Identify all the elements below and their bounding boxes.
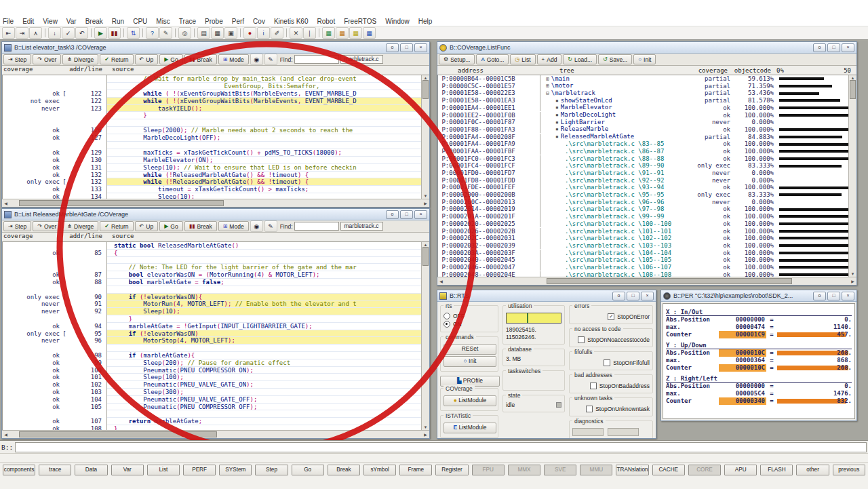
code-row[interactable]: }: [3, 315, 429, 323]
return-button[interactable]: ✔Return: [100, 54, 133, 64]
code-row[interactable]: ok94 marbleAtGate = !GetInput(INPUT_LIGH…: [3, 323, 429, 330]
window3-titlebar[interactable]: B::COVerage.ListFunc o □ ×: [437, 42, 856, 54]
menu-item-misc[interactable]: Misc: [156, 18, 170, 25]
cursor-a-icon[interactable]: ✕: [290, 27, 302, 39]
checkbox-stoponbadaddress[interactable]: StopOnBadaddress: [572, 383, 650, 389]
bookmark-icon[interactable]: ◉: [250, 220, 263, 232]
up-button[interactable]: ↶Up: [135, 221, 159, 231]
file-tab[interactable]: marbletrack.c: [340, 222, 383, 231]
return-icon[interactable]: ✓: [62, 27, 75, 39]
edit-icon[interactable]: ✎: [159, 27, 172, 39]
menu-item-perf[interactable]: Perf: [232, 18, 244, 25]
code-row[interactable]: // Note: The LED for the light barrier o…: [3, 264, 429, 271]
softkey-system[interactable]: SYStem: [219, 465, 252, 475]
close-button[interactable]: ×: [641, 292, 654, 300]
register-icon[interactable]: ▣: [224, 27, 237, 39]
window1-code-listing[interactable]: /* Wait for marble drop by main_task (an…: [2, 75, 429, 199]
window3-hscrollbar[interactable]: ◀ ▶: [437, 277, 856, 285]
softkey-step[interactable]: Step: [255, 465, 288, 475]
softkey-list[interactable]: List: [147, 465, 180, 475]
scroll-down-icon[interactable]: ▼: [849, 272, 856, 276]
go-button[interactable]: ▶Go: [159, 54, 183, 64]
window2-hscrollbar[interactable]: ◀ ▶: [2, 430, 429, 438]
find-input[interactable]: [294, 55, 339, 64]
softkey-other[interactable]: other: [796, 465, 829, 475]
softkey-trace[interactable]: trace: [39, 465, 71, 475]
menu-item-view[interactable]: View: [43, 18, 58, 25]
menu-item-window[interactable]: Window: [385, 18, 410, 25]
softkey-translation[interactable]: TRANslation: [616, 465, 648, 475]
minimize-button[interactable]: o: [813, 43, 826, 52]
init-button[interactable]: ○ Init: [443, 356, 496, 367]
code-row[interactable]: static bool ReleasedMarbleAtGate(): [3, 242, 429, 250]
softkey-cache[interactable]: CACHE: [652, 465, 685, 475]
tools-icon[interactable]: ✐: [271, 27, 283, 39]
code-row[interactable]: never91 MotorRun(4, MOTOR_LEFT); // Enab…: [3, 300, 429, 308]
code-row[interactable]: ok100 Pneumatic(PNEU_COMPRESSOR_ON);: [3, 367, 429, 374]
code-row[interactable]: ok107 return marbleAtGate;: [3, 418, 429, 425]
coverage-row[interactable]: P:00002026--0000202B.\src\marbletrack.c …: [438, 227, 856, 235]
softkey-frame[interactable]: Frame: [399, 465, 432, 475]
code-row[interactable]: [3, 345, 429, 352]
menu-item-help[interactable]: Help: [418, 18, 433, 25]
close-button[interactable]: ×: [414, 43, 427, 52]
menu-item-robot[interactable]: Robot: [317, 18, 335, 25]
coverage-row[interactable]: P:00001FC0--00001FC3.\src\marbletrack.c …: [438, 155, 856, 163]
softkey-perf[interactable]: PERF: [183, 465, 216, 475]
per-row[interactable]: Abs.Position0000010C=268.: [666, 349, 852, 357]
mode-button[interactable]: ⊞Mode: [218, 221, 249, 231]
coverage-row[interactable]: P:00000C5C--00001E57⊞\motorpartial71.359…: [438, 83, 856, 90]
menu-item-cpu[interactable]: CPU: [133, 18, 147, 25]
code-row[interactable]: }: [3, 112, 429, 119]
maximize-button[interactable]: □: [827, 43, 840, 52]
code-row[interactable]: ok105 Pneumatic(PNEU_COMPRESSOR_OFF);: [3, 404, 429, 411]
checkbox-stoponerror[interactable]: ✓StopOnError: [572, 313, 650, 320]
break-icon[interactable]: ▮▮: [108, 27, 121, 39]
mode-button[interactable]: ⊞Mode: [218, 54, 249, 64]
coverage-row[interactable]: P:0000200C--00002013.\src\marbletrack.c …: [438, 199, 856, 206]
softkey-register[interactable]: Register: [435, 465, 468, 475]
go-button[interactable]: ▶Go: [159, 221, 183, 231]
vertical-scrollbar[interactable]: ▲▼: [848, 75, 856, 277]
break-button[interactable]: ▮▮Break: [184, 54, 217, 64]
per-registers[interactable]: X : In/OutAbs.Position00000000=0.max.000…: [663, 303, 855, 419]
go-icon[interactable]: ▶: [94, 27, 107, 39]
code-row[interactable]: ok103 Sleep(300);: [3, 389, 429, 396]
tree-expander-icon[interactable]: ⊞: [546, 83, 549, 89]
menu-item-edit[interactable]: Edit: [22, 18, 34, 25]
coverage-row[interactable]: P:0000201A--0000201F.\src\marbletrack.c …: [438, 213, 856, 220]
close-button[interactable]: ×: [842, 292, 854, 300]
scroll-left-icon[interactable]: ◀: [2, 432, 9, 437]
coverage-row[interactable]: P:00001FD8--00001FDD.\src\marbletrack.c …: [438, 177, 856, 184]
coverage-row[interactable]: P:00001FAA--00001FBF.\src\marbletrack.c …: [438, 148, 856, 155]
code-row[interactable]: never92 Sleep(10);: [3, 308, 429, 315]
help-icon[interactable]: ?: [146, 27, 159, 39]
close-button[interactable]: ×: [414, 210, 427, 219]
coverage-row[interactable]: P:00002020--00002025.\src\marbletrack.c …: [438, 220, 856, 228]
scroll-thumb[interactable]: [850, 80, 856, 99]
code-row[interactable]: ok99 Sleep(200); // Pause for dramatic e…: [3, 359, 429, 367]
checkbox-icon[interactable]: [604, 359, 610, 366]
checkbox-icon[interactable]: [590, 383, 597, 389]
init-button[interactable]: ○Init: [633, 54, 656, 64]
window1-hscrollbar[interactable]: ◀ ▶: [2, 199, 429, 207]
code-row[interactable]: ok134 Sleep(10);: [3, 193, 429, 199]
command-input[interactable]: [15, 442, 867, 452]
dump-icon[interactable]: ▦: [211, 27, 224, 39]
code-row[interactable]: EventGroup, Bits:Semaffor,: [3, 83, 429, 90]
code-row[interactable]: not exec122 while ( !(xEventGroupWaitBit…: [3, 98, 429, 105]
load-button[interactable]: ↻Load...: [563, 54, 597, 64]
cursor-b-icon[interactable]: |: [303, 27, 316, 39]
code-row[interactable]: ok85{: [3, 250, 429, 257]
maximize-button[interactable]: □: [400, 43, 413, 52]
up-icon[interactable]: ↶: [75, 27, 88, 39]
break-button[interactable]: ▮▮Break: [184, 221, 217, 231]
reset-button[interactable]: RESet: [443, 344, 496, 355]
maximize-button[interactable]: □: [400, 210, 413, 219]
radio-on[interactable]: ON: [443, 321, 495, 328]
edit-icon[interactable]: ✎: [264, 220, 277, 232]
scroll-right-icon[interactable]: ▶: [422, 432, 429, 437]
code-row[interactable]: ok133 timeout = xTaskGetTickCount() > ma…: [3, 186, 429, 193]
save-button[interactable]: ↺Save...: [598, 54, 632, 64]
per-row[interactable]: max.00000474=1140.: [666, 324, 852, 331]
